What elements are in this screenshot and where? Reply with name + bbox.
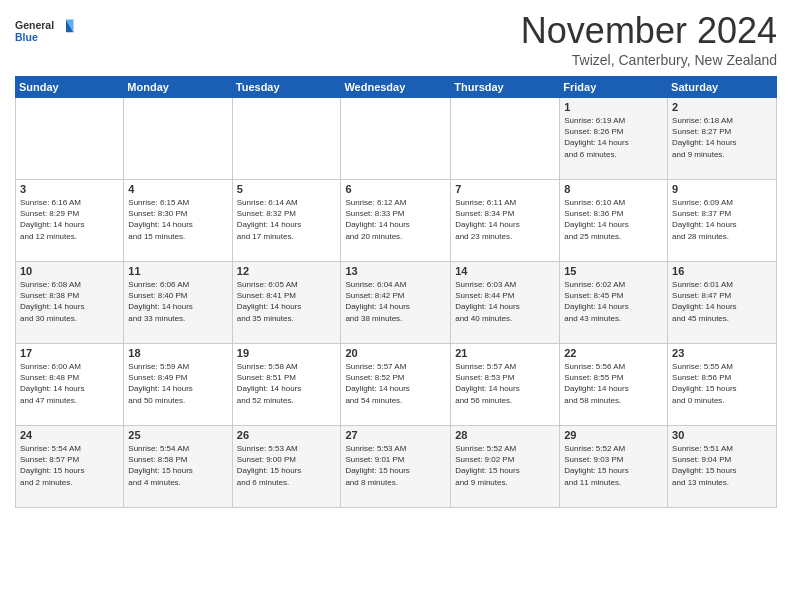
calendar-cell: 10Sunrise: 6:08 AMSunset: 8:38 PMDayligh… xyxy=(16,262,124,344)
calendar-cell xyxy=(341,98,451,180)
day-info: Sunrise: 6:18 AMSunset: 8:27 PMDaylight:… xyxy=(672,115,772,160)
day-info: Sunrise: 6:01 AMSunset: 8:47 PMDaylight:… xyxy=(672,279,772,324)
calendar-header: SundayMondayTuesdayWednesdayThursdayFrid… xyxy=(16,77,777,98)
day-number: 8 xyxy=(564,183,663,195)
day-number: 6 xyxy=(345,183,446,195)
calendar-cell: 19Sunrise: 5:58 AMSunset: 8:51 PMDayligh… xyxy=(232,344,341,426)
day-info: Sunrise: 6:15 AMSunset: 8:30 PMDaylight:… xyxy=(128,197,227,242)
day-number: 25 xyxy=(128,429,227,441)
calendar-cell: 3Sunrise: 6:16 AMSunset: 8:29 PMDaylight… xyxy=(16,180,124,262)
calendar-cell: 26Sunrise: 5:53 AMSunset: 9:00 PMDayligh… xyxy=(232,426,341,508)
weekday-header-sunday: Sunday xyxy=(16,77,124,98)
title-area: November 2024 Twizel, Canterbury, New Ze… xyxy=(521,10,777,68)
day-number: 7 xyxy=(455,183,555,195)
day-info: Sunrise: 5:52 AMSunset: 9:03 PMDaylight:… xyxy=(564,443,663,488)
calendar: SundayMondayTuesdayWednesdayThursdayFrid… xyxy=(15,76,777,508)
weekday-header-friday: Friday xyxy=(560,77,668,98)
day-info: Sunrise: 5:51 AMSunset: 9:04 PMDaylight:… xyxy=(672,443,772,488)
day-info: Sunrise: 5:54 AMSunset: 8:57 PMDaylight:… xyxy=(20,443,119,488)
calendar-cell: 9Sunrise: 6:09 AMSunset: 8:37 PMDaylight… xyxy=(668,180,777,262)
header: General Blue November 2024 Twizel, Cante… xyxy=(15,10,777,68)
calendar-cell: 24Sunrise: 5:54 AMSunset: 8:57 PMDayligh… xyxy=(16,426,124,508)
calendar-cell xyxy=(232,98,341,180)
day-number: 4 xyxy=(128,183,227,195)
calendar-cell: 22Sunrise: 5:56 AMSunset: 8:55 PMDayligh… xyxy=(560,344,668,426)
calendar-cell xyxy=(451,98,560,180)
day-number: 12 xyxy=(237,265,337,277)
day-info: Sunrise: 6:02 AMSunset: 8:45 PMDaylight:… xyxy=(564,279,663,324)
calendar-cell: 11Sunrise: 6:06 AMSunset: 8:40 PMDayligh… xyxy=(124,262,232,344)
day-number: 19 xyxy=(237,347,337,359)
day-number: 10 xyxy=(20,265,119,277)
week-row-2: 3Sunrise: 6:16 AMSunset: 8:29 PMDaylight… xyxy=(16,180,777,262)
day-info: Sunrise: 5:52 AMSunset: 9:02 PMDaylight:… xyxy=(455,443,555,488)
calendar-body: 1Sunrise: 6:19 AMSunset: 8:26 PMDaylight… xyxy=(16,98,777,508)
day-info: Sunrise: 6:16 AMSunset: 8:29 PMDaylight:… xyxy=(20,197,119,242)
weekday-header-wednesday: Wednesday xyxy=(341,77,451,98)
day-info: Sunrise: 6:04 AMSunset: 8:42 PMDaylight:… xyxy=(345,279,446,324)
svg-text:General: General xyxy=(15,19,54,31)
calendar-cell: 28Sunrise: 5:52 AMSunset: 9:02 PMDayligh… xyxy=(451,426,560,508)
day-info: Sunrise: 5:54 AMSunset: 8:58 PMDaylight:… xyxy=(128,443,227,488)
day-info: Sunrise: 5:53 AMSunset: 9:01 PMDaylight:… xyxy=(345,443,446,488)
day-info: Sunrise: 6:19 AMSunset: 8:26 PMDaylight:… xyxy=(564,115,663,160)
day-info: Sunrise: 6:11 AMSunset: 8:34 PMDaylight:… xyxy=(455,197,555,242)
day-number: 15 xyxy=(564,265,663,277)
calendar-cell: 17Sunrise: 6:00 AMSunset: 8:48 PMDayligh… xyxy=(16,344,124,426)
calendar-cell: 27Sunrise: 5:53 AMSunset: 9:01 PMDayligh… xyxy=(341,426,451,508)
calendar-cell: 5Sunrise: 6:14 AMSunset: 8:32 PMDaylight… xyxy=(232,180,341,262)
calendar-cell: 18Sunrise: 5:59 AMSunset: 8:49 PMDayligh… xyxy=(124,344,232,426)
day-number: 26 xyxy=(237,429,337,441)
calendar-cell: 4Sunrise: 6:15 AMSunset: 8:30 PMDaylight… xyxy=(124,180,232,262)
calendar-cell: 29Sunrise: 5:52 AMSunset: 9:03 PMDayligh… xyxy=(560,426,668,508)
day-info: Sunrise: 5:53 AMSunset: 9:00 PMDaylight:… xyxy=(237,443,337,488)
day-number: 27 xyxy=(345,429,446,441)
calendar-cell: 16Sunrise: 6:01 AMSunset: 8:47 PMDayligh… xyxy=(668,262,777,344)
day-info: Sunrise: 6:00 AMSunset: 8:48 PMDaylight:… xyxy=(20,361,119,406)
weekday-header-thursday: Thursday xyxy=(451,77,560,98)
week-row-1: 1Sunrise: 6:19 AMSunset: 8:26 PMDaylight… xyxy=(16,98,777,180)
calendar-cell: 23Sunrise: 5:55 AMSunset: 8:56 PMDayligh… xyxy=(668,344,777,426)
day-number: 2 xyxy=(672,101,772,113)
day-info: Sunrise: 6:08 AMSunset: 8:38 PMDaylight:… xyxy=(20,279,119,324)
day-number: 20 xyxy=(345,347,446,359)
day-number: 14 xyxy=(455,265,555,277)
day-info: Sunrise: 6:06 AMSunset: 8:40 PMDaylight:… xyxy=(128,279,227,324)
day-number: 22 xyxy=(564,347,663,359)
day-number: 1 xyxy=(564,101,663,113)
day-info: Sunrise: 6:10 AMSunset: 8:36 PMDaylight:… xyxy=(564,197,663,242)
day-number: 9 xyxy=(672,183,772,195)
day-info: Sunrise: 6:03 AMSunset: 8:44 PMDaylight:… xyxy=(455,279,555,324)
calendar-cell: 2Sunrise: 6:18 AMSunset: 8:27 PMDaylight… xyxy=(668,98,777,180)
day-number: 18 xyxy=(128,347,227,359)
calendar-cell xyxy=(124,98,232,180)
calendar-cell: 12Sunrise: 6:05 AMSunset: 8:41 PMDayligh… xyxy=(232,262,341,344)
day-number: 5 xyxy=(237,183,337,195)
day-info: Sunrise: 5:59 AMSunset: 8:49 PMDaylight:… xyxy=(128,361,227,406)
logo-icon: General Blue xyxy=(15,10,75,55)
calendar-cell: 13Sunrise: 6:04 AMSunset: 8:42 PMDayligh… xyxy=(341,262,451,344)
weekday-header-tuesday: Tuesday xyxy=(232,77,341,98)
weekday-header-saturday: Saturday xyxy=(668,77,777,98)
day-number: 11 xyxy=(128,265,227,277)
day-info: Sunrise: 6:05 AMSunset: 8:41 PMDaylight:… xyxy=(237,279,337,324)
week-row-4: 17Sunrise: 6:00 AMSunset: 8:48 PMDayligh… xyxy=(16,344,777,426)
logo: General Blue xyxy=(15,10,75,55)
calendar-cell: 20Sunrise: 5:57 AMSunset: 8:52 PMDayligh… xyxy=(341,344,451,426)
day-info: Sunrise: 5:56 AMSunset: 8:55 PMDaylight:… xyxy=(564,361,663,406)
weekday-header-monday: Monday xyxy=(124,77,232,98)
calendar-cell: 15Sunrise: 6:02 AMSunset: 8:45 PMDayligh… xyxy=(560,262,668,344)
day-number: 24 xyxy=(20,429,119,441)
day-info: Sunrise: 5:55 AMSunset: 8:56 PMDaylight:… xyxy=(672,361,772,406)
day-info: Sunrise: 5:58 AMSunset: 8:51 PMDaylight:… xyxy=(237,361,337,406)
week-row-5: 24Sunrise: 5:54 AMSunset: 8:57 PMDayligh… xyxy=(16,426,777,508)
day-info: Sunrise: 6:09 AMSunset: 8:37 PMDaylight:… xyxy=(672,197,772,242)
calendar-cell: 8Sunrise: 6:10 AMSunset: 8:36 PMDaylight… xyxy=(560,180,668,262)
day-number: 29 xyxy=(564,429,663,441)
weekday-row: SundayMondayTuesdayWednesdayThursdayFrid… xyxy=(16,77,777,98)
calendar-cell: 7Sunrise: 6:11 AMSunset: 8:34 PMDaylight… xyxy=(451,180,560,262)
week-row-3: 10Sunrise: 6:08 AMSunset: 8:38 PMDayligh… xyxy=(16,262,777,344)
page: General Blue November 2024 Twizel, Cante… xyxy=(0,0,792,612)
day-info: Sunrise: 6:14 AMSunset: 8:32 PMDaylight:… xyxy=(237,197,337,242)
calendar-cell: 21Sunrise: 5:57 AMSunset: 8:53 PMDayligh… xyxy=(451,344,560,426)
